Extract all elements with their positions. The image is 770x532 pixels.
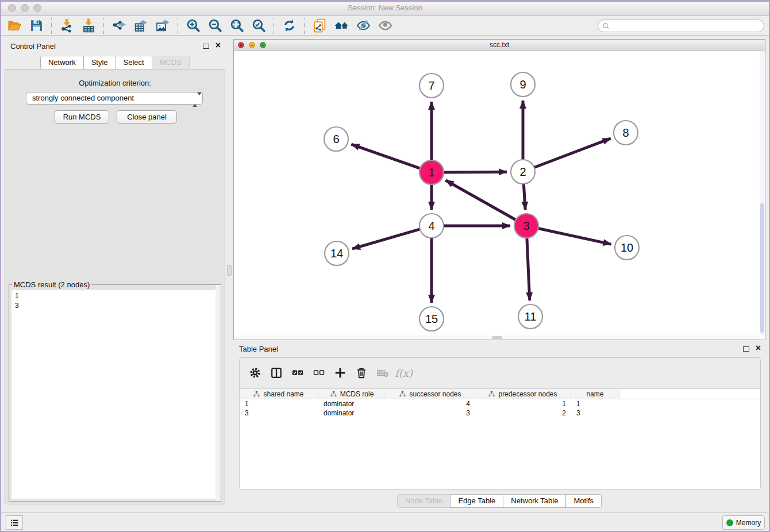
tab-node-table[interactable]: Node Table xyxy=(397,494,451,508)
table-toolbar: f(x) xyxy=(240,358,760,388)
zoom-out-button[interactable] xyxy=(204,17,226,34)
node-label-11: 11 xyxy=(525,310,537,323)
table-cell[interactable]: 3 xyxy=(571,408,619,418)
float-panel-icon[interactable] xyxy=(203,44,209,49)
export-table-button[interactable] xyxy=(130,17,152,34)
open-session-button[interactable] xyxy=(3,17,25,34)
import-table-button[interactable] xyxy=(78,17,99,34)
save-session-button[interactable] xyxy=(25,17,47,34)
table-cell[interactable]: 3 xyxy=(386,408,475,418)
edge-3-1[interactable] xyxy=(445,180,515,220)
column-header-predecessor-nodes[interactable]: predecessor nodes xyxy=(475,389,571,399)
mcds-result-text[interactable]: 13 xyxy=(11,290,218,499)
table-cell[interactable]: 2 xyxy=(475,408,571,418)
zoom-in-button[interactable] xyxy=(182,17,204,34)
edge-3-11[interactable] xyxy=(527,238,530,300)
table-panel: Table Panel × f(x) shared nameMCDS roles… xyxy=(233,342,765,511)
network-graph[interactable]: 1234678910111415 xyxy=(234,51,765,340)
export-image-button[interactable] xyxy=(152,17,174,34)
column-header-MCDS-role[interactable]: MCDS role xyxy=(318,389,386,399)
close-panel-button[interactable]: Close panel xyxy=(117,110,177,124)
zoom-selected-icon xyxy=(252,18,266,33)
table-row[interactable]: 3dominator323 xyxy=(240,408,760,418)
search-input[interactable] xyxy=(612,21,759,31)
network-vscrollbar[interactable] xyxy=(760,51,765,335)
node-table-container: f(x) shared nameMCDS rolesuccessor nodes… xyxy=(239,357,761,489)
edge-2-3[interactable] xyxy=(523,184,525,210)
tab-select[interactable]: Select xyxy=(116,56,152,70)
close-panel-icon[interactable]: × xyxy=(215,40,221,51)
table-panel-title: Table Panel xyxy=(239,345,278,353)
table-cell[interactable]: 3 xyxy=(240,408,318,418)
zoom-fit-button[interactable] xyxy=(226,17,248,34)
select-stepper-icon xyxy=(192,94,198,103)
table-tabs: Node TableEdge TableNetwork TableMotifs xyxy=(233,494,765,508)
network-hscrollbar[interactable] xyxy=(234,335,760,340)
column-header-name[interactable]: name xyxy=(571,389,619,399)
toolbar-separator xyxy=(51,18,52,34)
column-header-successor-nodes[interactable]: successor nodes xyxy=(386,389,475,399)
zoom-fit-icon xyxy=(230,18,244,33)
app-titlebar: Session: New Session xyxy=(0,0,770,16)
delete-columns-button[interactable] xyxy=(351,363,372,383)
import-network-button[interactable] xyxy=(56,17,78,34)
table-body: 1dominator4113dominator323 xyxy=(240,399,760,418)
first-neighbors-button[interactable] xyxy=(330,17,352,34)
edge-2-8[interactable] xyxy=(534,138,611,168)
memory-button[interactable]: Memory xyxy=(722,515,765,530)
table-cell[interactable]: dominator xyxy=(318,408,386,418)
edge-1-6[interactable] xyxy=(351,144,420,168)
table-cell[interactable]: 1 xyxy=(571,399,619,408)
edge-1-2[interactable] xyxy=(444,172,507,172)
empty-boxes-icon xyxy=(313,367,325,379)
tab-mcds[interactable]: MCDS xyxy=(152,56,190,70)
network-canvas[interactable]: 1234678910111415 xyxy=(234,51,765,340)
hide-selected-button[interactable] xyxy=(352,17,374,34)
control-panel-tabs: NetworkStyleSelectMCDS xyxy=(5,56,225,70)
run-mcds-button[interactable]: Run MCDS xyxy=(55,110,109,124)
mcds-result-group: MCDS result (2 nodes) 13 xyxy=(9,284,221,502)
edge-3-10[interactable] xyxy=(538,229,611,245)
table-cell[interactable]: 1 xyxy=(475,399,571,408)
select-all-button[interactable] xyxy=(287,363,308,383)
table-float-panel-icon[interactable] xyxy=(743,346,749,352)
show-all-button[interactable] xyxy=(374,17,396,34)
column-header-shared-name[interactable]: shared name xyxy=(240,389,318,399)
toolbar-separator xyxy=(304,18,305,34)
table-cell[interactable]: 1 xyxy=(240,399,318,408)
tab-motifs[interactable]: Motifs xyxy=(565,494,602,508)
table-cell[interactable]: 4 xyxy=(386,399,475,408)
tab-style[interactable]: Style xyxy=(83,56,116,70)
node-label-2: 2 xyxy=(519,165,526,178)
table-close-panel-icon[interactable]: × xyxy=(756,343,761,353)
node-label-10: 10 xyxy=(621,241,633,254)
criterion-select[interactable]: strongly connected component xyxy=(26,92,203,105)
edge-4-14[interactable] xyxy=(352,229,420,249)
network-view-window: × − + scc.txt 1234678910111415 xyxy=(233,39,765,340)
tab-network[interactable]: Network xyxy=(40,56,84,70)
table-cell[interactable]: dominator xyxy=(318,399,386,408)
duplicate-network-button[interactable] xyxy=(309,17,330,34)
network-window-titlebar[interactable]: × − + scc.txt xyxy=(234,40,765,51)
node-label-7: 7 xyxy=(428,79,434,92)
tab-edge-table[interactable]: Edge Table xyxy=(450,494,503,508)
zoom-selected-button[interactable] xyxy=(248,17,270,34)
list-icon xyxy=(9,518,20,528)
column-label: MCDS role xyxy=(340,390,374,398)
result-scrollbar[interactable] xyxy=(215,285,221,501)
node-label-9: 9 xyxy=(519,78,526,91)
table-row[interactable]: 1dominator411 xyxy=(240,399,760,408)
export-network-button[interactable] xyxy=(108,17,130,34)
network-vscroll-thumb[interactable] xyxy=(760,203,764,333)
header-filler xyxy=(619,389,760,399)
show-hide-columns-button[interactable] xyxy=(265,363,287,383)
create-column-button[interactable] xyxy=(329,363,351,383)
deselect-all-button[interactable] xyxy=(308,363,329,383)
panel-splitter-handle[interactable] xyxy=(227,265,232,276)
column-settings-button[interactable] xyxy=(244,363,265,383)
update-view-button[interactable] xyxy=(278,17,300,34)
network-hscroll-grip[interactable] xyxy=(492,336,502,339)
tab-network-table[interactable]: Network Table xyxy=(503,494,566,508)
task-history-button[interactable] xyxy=(6,515,23,530)
search-box[interactable] xyxy=(598,20,764,32)
